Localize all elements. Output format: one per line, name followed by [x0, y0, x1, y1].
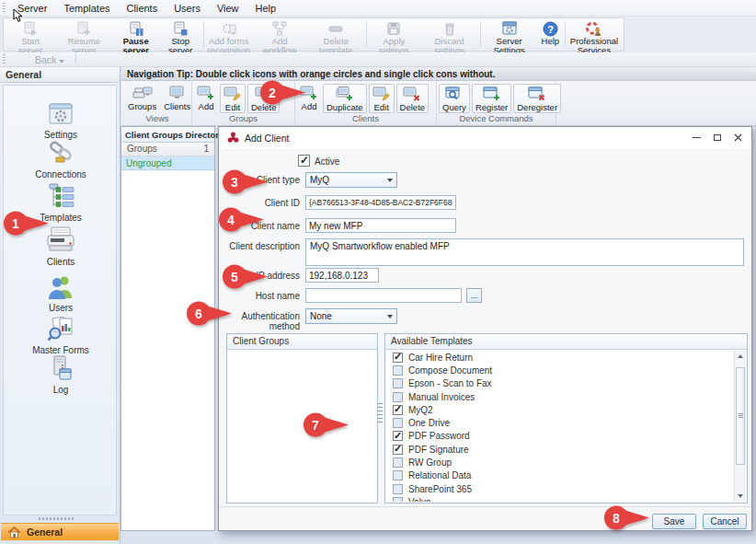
menu-help[interactable]: Help [247, 1, 285, 16]
pause-server-button[interactable]: Pause server [112, 19, 158, 50]
group-row-ungrouped[interactable]: Ungrouped [121, 156, 214, 170]
template-label: PDF Password [408, 431, 470, 441]
delete-template-icon [327, 21, 344, 37]
discard-settings-button[interactable]: Discard settings [420, 19, 479, 50]
delete-template-button[interactable]: Delete template [306, 19, 365, 50]
template-checkbox[interactable] [393, 497, 403, 502]
sidebar-footer-general[interactable]: General [1, 523, 119, 540]
template-checkbox[interactable] [393, 378, 403, 388]
close-icon[interactable] [730, 131, 745, 144]
scrollbar-thumb[interactable] [736, 367, 745, 465]
help-button[interactable]: ? Help [537, 19, 564, 50]
template-label: RW Group [408, 457, 452, 468]
clients-edit-button[interactable]: Edit [369, 84, 395, 113]
stop-server-icon [172, 21, 189, 37]
sidebar-item-connections[interactable]: Connections [4, 141, 118, 179]
sidebar-item-label: Settings [4, 130, 118, 140]
users-icon [4, 273, 118, 302]
ribbon-group-title: Views [123, 113, 191, 123]
scroll-up-icon[interactable] [735, 351, 746, 362]
template-checkbox[interactable] [393, 353, 403, 363]
groups-edit-button[interactable]: Edit [220, 84, 246, 113]
client-description-input[interactable]: MyQ Smartworkflow enabled MFP [305, 238, 744, 266]
sidebar-splitter[interactable] [39, 517, 75, 520]
client-type-value: MyQ [310, 175, 329, 185]
maximize-button[interactable] [710, 131, 725, 144]
resume-server-button[interactable]: Resume server [55, 19, 112, 50]
template-item[interactable]: PDF Password [386, 430, 734, 443]
templates-scrollbar[interactable] [734, 351, 746, 502]
clients-delete-button[interactable]: Delete [396, 84, 429, 113]
template-checkbox[interactable] [393, 470, 403, 480]
panel-splitter[interactable] [378, 403, 383, 423]
template-label: Manual Invoices [408, 392, 475, 402]
template-item[interactable]: One Drive [386, 416, 734, 429]
host-name-input[interactable] [305, 288, 462, 303]
template-checkbox[interactable] [393, 392, 403, 402]
sidebar-item-master-forms[interactable]: Master Forms [4, 316, 118, 355]
template-checkbox[interactable] [393, 405, 403, 415]
toolbar-grip[interactable] [3, 3, 6, 14]
professional-services-button[interactable]: Professional Services [567, 19, 622, 50]
annotation-6: 6 [187, 301, 233, 326]
add-forms-recognition-button[interactable]: Add forms recognition [205, 19, 253, 50]
mouse-cursor [13, 8, 23, 25]
template-item[interactable]: Volvo [386, 495, 734, 502]
chevron-down-icon [387, 315, 393, 318]
template-checkbox[interactable] [393, 445, 403, 455]
sidebar-item-log[interactable]: Log [4, 355, 118, 395]
template-checkbox[interactable] [393, 484, 403, 494]
groups-column-header[interactable]: Groups 1 [121, 143, 214, 156]
add-workflow-button[interactable]: Add workflow [253, 19, 306, 50]
server-settings-button[interactable]: Server Settings [482, 19, 537, 50]
template-item[interactable]: Car Hire Return [386, 351, 734, 364]
sidebar-item-users[interactable]: Users [4, 273, 118, 313]
active-checkbox[interactable] [298, 155, 310, 167]
back-button[interactable]: Back [28, 54, 72, 65]
svg-text:1: 1 [12, 216, 19, 231]
template-checkbox[interactable] [393, 418, 403, 428]
chevron-down-icon [59, 60, 64, 64]
menu-users[interactable]: Users [166, 1, 209, 16]
views-groups-button[interactable]: Groups [125, 84, 159, 111]
template-checkbox[interactable] [393, 457, 403, 468]
client-groups-panel: Client Groups [226, 333, 378, 503]
ip-address-input[interactable] [305, 268, 379, 283]
authentication-method-dropdown[interactable]: None [305, 308, 397, 324]
dialog-titlebar[interactable]: Add Client [219, 127, 751, 148]
client-name-input[interactable] [305, 218, 456, 233]
template-item[interactable]: Epson - Scan to Fax [386, 377, 734, 390]
clients-duplicate-button[interactable]: Duplicate [323, 84, 367, 113]
client-type-dropdown[interactable]: MyQ [305, 172, 397, 188]
cancel-button[interactable]: Cancel [703, 514, 747, 529]
minimize-button[interactable] [689, 131, 704, 144]
template-checkbox[interactable] [393, 431, 403, 441]
sidebar: General Settings Connections Templates C… [0, 67, 120, 544]
stop-server-button[interactable]: Stop server [159, 19, 202, 50]
host-name-browse-button[interactable]: ... [466, 288, 482, 303]
template-item[interactable]: SharePoint 365 [386, 482, 734, 495]
deregister-button[interactable]: Deregister [513, 84, 561, 113]
menu-view[interactable]: View [209, 1, 247, 16]
scroll-down-icon[interactable] [735, 491, 746, 502]
template-item[interactable]: Relational Data [386, 469, 734, 482]
template-item[interactable]: RW Group [386, 456, 734, 469]
toolbar-grip[interactable] [3, 54, 6, 65]
save-button[interactable]: Save [652, 514, 696, 529]
menu-clients[interactable]: Clients [119, 1, 166, 16]
host-name-label: Host name [219, 291, 300, 301]
template-checkbox[interactable] [393, 365, 403, 376]
apply-settings-button[interactable]: Apply settings [368, 19, 419, 50]
sidebar-item-settings[interactable]: Settings [4, 102, 118, 140]
template-item[interactable]: Compose Document [386, 364, 734, 376]
groups-view-icon [132, 85, 153, 101]
groups-add-button[interactable]: Add [194, 84, 218, 113]
views-clients-button[interactable]: Clients [161, 84, 193, 111]
template-item[interactable]: MyQ2 [386, 403, 734, 416]
menu-templates[interactable]: Templates [55, 1, 118, 16]
client-id-input[interactable] [305, 195, 456, 210]
register-button[interactable]: Register [472, 84, 511, 113]
template-item[interactable]: Manual Invoices [386, 390, 734, 403]
query-button[interactable]: Query [439, 84, 470, 113]
template-item[interactable]: PDF Signature [386, 443, 734, 456]
